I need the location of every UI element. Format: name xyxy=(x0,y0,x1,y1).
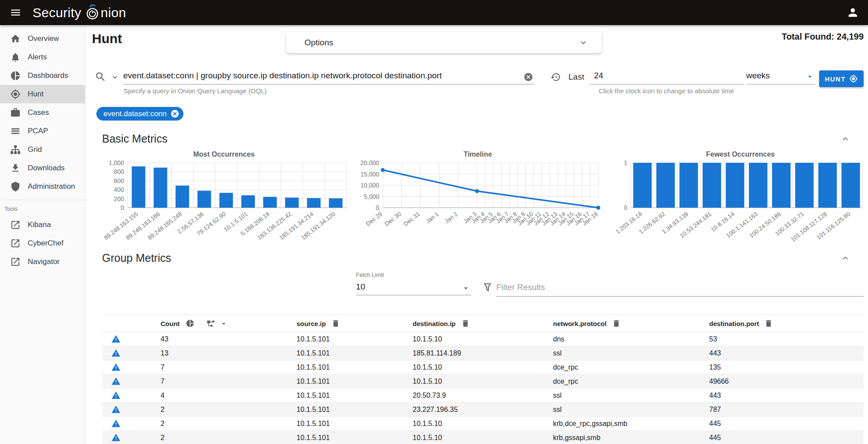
alert-triangle-icon[interactable] xyxy=(111,334,121,344)
sidebar-item-cases[interactable]: Cases xyxy=(0,103,85,122)
sidebar: OverviewAlertsDashboardsHuntCasesPCAPGri… xyxy=(0,25,85,444)
chevron-down-icon[interactable] xyxy=(578,37,589,48)
table-row[interactable]: 710.1.5.10110.1.5.10dce_rpc135 xyxy=(103,360,864,374)
svg-text:20,000: 20,000 xyxy=(360,159,379,166)
cell-network-protocol: dce_rpc xyxy=(553,378,709,385)
download-icon xyxy=(10,163,21,173)
cell-network-protocol: ssl xyxy=(553,392,709,400)
sidebar-item-label: Dashboards xyxy=(28,71,68,80)
remove-column-icon[interactable] xyxy=(461,319,470,328)
sidebar-item-label: PCAP xyxy=(28,127,48,136)
query-input[interactable] xyxy=(123,69,534,84)
user-icon[interactable] xyxy=(846,6,859,19)
cell-destination-port: 443 xyxy=(709,349,864,357)
sankey-diagram-icon[interactable] xyxy=(206,319,216,328)
alert-triangle-icon[interactable] xyxy=(111,405,121,414)
lines-icon xyxy=(10,126,21,136)
clear-query-icon[interactable] xyxy=(524,72,533,82)
row-actions-cell xyxy=(103,405,161,414)
sidebar-item-downloads[interactable]: Downloads xyxy=(0,159,85,177)
remove-column-icon[interactable] xyxy=(331,319,340,328)
fetch-limit-select[interactable]: 10 xyxy=(356,280,471,295)
cell-network-protocol: ssl xyxy=(553,406,709,414)
column-header-destination-port[interactable]: destination.port xyxy=(709,319,864,328)
chart-type-dropdown-icon[interactable] xyxy=(220,319,228,328)
alert-triangle-icon[interactable] xyxy=(111,419,121,428)
cell-destination-port: 53 xyxy=(709,335,864,343)
cell-count: 43 xyxy=(161,335,297,343)
table-row[interactable]: 4310.1.5.10110.1.5.10dns53 xyxy=(103,332,864,346)
sidebar-item-cyberchef[interactable]: CyberChef xyxy=(0,234,85,253)
row-actions-cell xyxy=(103,419,161,428)
cell-destination-port: 445 xyxy=(709,420,864,428)
alert-triangle-icon[interactable] xyxy=(111,391,121,400)
cell-count: 2 xyxy=(161,420,297,428)
hunt-button-label: HUNT xyxy=(825,75,846,83)
time-value-input[interactable] xyxy=(589,69,743,84)
column-header-label: network.protocol xyxy=(553,320,607,327)
row-actions-cell xyxy=(103,433,161,442)
remove-filter-icon[interactable] xyxy=(170,109,179,118)
remove-column-icon[interactable] xyxy=(612,319,621,328)
sidebar-item-administration[interactable]: Administration xyxy=(0,177,85,196)
sidebar-item-navigator[interactable]: Navigator xyxy=(0,253,85,271)
history-clock-icon[interactable] xyxy=(550,72,561,82)
svg-text:Dec 29: Dec 29 xyxy=(365,211,384,228)
column-header-source-ip[interactable]: source.ip xyxy=(297,319,413,328)
fetch-limit-label: Fetch Limit xyxy=(356,272,384,278)
column-header-destination-ip[interactable]: destination.ip xyxy=(413,319,553,328)
filter-funnel-icon xyxy=(482,282,493,293)
cell-destination-ip: 10.1.5.10 xyxy=(413,420,553,428)
time-value-wrap xyxy=(589,69,743,84)
svg-text:200: 200 xyxy=(114,195,125,202)
sidebar-item-hunt[interactable]: Hunt xyxy=(0,85,85,103)
fetch-limit-arrow-icon[interactable] xyxy=(461,284,470,293)
column-header-network-protocol[interactable]: network.protocol xyxy=(553,319,709,328)
options-label: Options xyxy=(304,38,333,48)
query-dropdown-icon[interactable] xyxy=(110,73,120,82)
fetch-limit-value: 10 xyxy=(356,280,471,292)
column-header-label: Count xyxy=(161,320,179,327)
alert-triangle-icon[interactable] xyxy=(111,377,121,386)
filter-results-wrap xyxy=(496,280,864,297)
table-row[interactable]: 210.1.5.10123.227.196.35ssl787 xyxy=(103,403,864,417)
table-row[interactable]: 210.1.5.10110.1.5.10krb,gssapi,smb445 xyxy=(103,431,864,444)
column-header-count[interactable]: Count xyxy=(161,319,297,328)
sidebar-item-grid[interactable]: Grid xyxy=(0,140,85,159)
sidebar-item-alerts[interactable]: Alerts xyxy=(0,48,85,66)
table-row[interactable]: 210.1.5.10110.1.5.10krb,dce_rpc,gssapi,s… xyxy=(103,417,864,431)
menu-icon[interactable] xyxy=(10,7,22,18)
cell-count: 13 xyxy=(161,349,297,357)
alert-triangle-icon[interactable] xyxy=(111,349,121,358)
table-row[interactable]: 410.1.5.10120.50.73.9ssl443 xyxy=(103,389,864,403)
sidebar-item-pcap[interactable]: PCAP xyxy=(0,122,85,140)
time-hint: Click the clock icon to change to absolu… xyxy=(589,87,743,95)
sidebar-item-kibana[interactable]: Kibana xyxy=(0,216,85,234)
time-unit-select[interactable]: weeks xyxy=(746,69,815,84)
cell-source-ip: 10.1.5.101 xyxy=(297,335,413,343)
collapse-basic-metrics-icon[interactable] xyxy=(840,134,850,144)
remove-column-icon[interactable] xyxy=(764,319,773,328)
cell-destination-ip: 10.1.5.10 xyxy=(413,363,553,371)
svg-text:0: 0 xyxy=(121,204,124,211)
alert-triangle-icon[interactable] xyxy=(111,363,121,372)
options-panel[interactable]: Options xyxy=(286,32,602,53)
row-actions-cell xyxy=(103,391,161,400)
external-link-icon xyxy=(10,257,21,267)
hunt-button[interactable]: HUNT xyxy=(819,70,864,87)
cell-count: 7 xyxy=(161,378,297,385)
onion-logo-icon xyxy=(84,4,100,21)
filter-results-input[interactable] xyxy=(496,280,864,296)
pie-chart-icon[interactable] xyxy=(186,319,194,328)
table-row[interactable]: 1310.1.5.101185.81.114.189ssl443 xyxy=(103,346,864,360)
cell-destination-ip: 185.81.114.189 xyxy=(413,349,553,357)
filter-chip[interactable]: event.dataset:conn xyxy=(96,107,183,121)
select-arrow-icon[interactable] xyxy=(806,72,814,81)
search-icon[interactable] xyxy=(95,71,106,83)
cell-destination-ip: 10.1.5.10 xyxy=(413,378,553,385)
table-row[interactable]: 710.1.5.10110.1.5.10dce_rpc49666 xyxy=(103,374,864,389)
collapse-group-metrics-icon[interactable] xyxy=(840,253,850,263)
sidebar-item-dashboards[interactable]: Dashboards xyxy=(0,66,85,85)
sidebar-item-overview[interactable]: Overview xyxy=(0,29,85,48)
alert-triangle-icon[interactable] xyxy=(111,433,121,442)
